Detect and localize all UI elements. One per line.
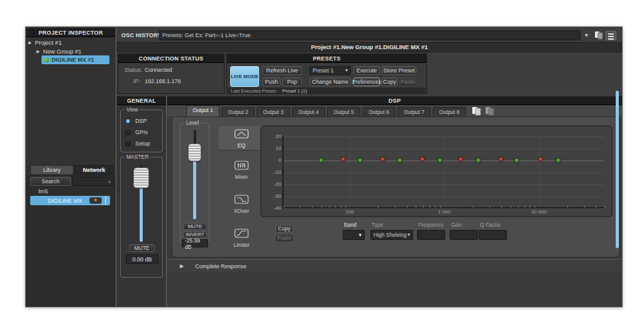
expander-icon[interactable]: ▶ [28,40,31,45]
ip-label: IP: [133,78,140,84]
tree-item-label: DIGILINE MX #1 [52,57,94,63]
eq-band-point-red[interactable] [458,157,463,161]
tab-output-3[interactable]: Output 3 [257,107,290,116]
x-minor-tick [489,206,490,208]
chevron-down-icon[interactable]: ▾ [585,31,588,38]
pop-button[interactable]: Pop [282,77,302,86]
band-select[interactable]: ▾ [343,230,365,240]
tab-output-5[interactable]: Output 5 [327,107,360,116]
type-select-value: High Shelving [374,232,406,238]
radio-dsp[interactable]: DSP [125,118,147,124]
search-button[interactable]: Search [30,177,71,186]
eq-band-point-green[interactable] [438,158,442,162]
mixer-icon [223,160,260,173]
eq-paste-button[interactable]: Paste [275,234,293,242]
panel-divider[interactable] [166,96,167,307]
x-tick-label: 1 000 [432,209,457,215]
module-tab-eq[interactable]: EQ [218,126,265,150]
radio-gpis[interactable]: GPIs [125,129,148,135]
change-name-button[interactable]: Change Name [309,77,351,86]
eq-band-point-red[interactable] [341,157,345,161]
tree-item-label: Project #1 [35,39,62,46]
general-panel: GENERAL View DSP GPIs Setup MASTER [117,96,166,307]
y-gridline [284,185,604,185]
type-select[interactable]: High Shelving ▾ [370,230,413,240]
x-minor-tick [335,206,336,208]
radio-dsp-icon[interactable] [125,118,131,124]
expander-icon[interactable]: ▶ [180,263,184,269]
connection-status-title: CONNECTION STATUS [118,54,224,63]
panel-divider[interactable] [116,27,116,307]
tab-output-1[interactable]: Output 1 [186,105,219,116]
module-tab-xover[interactable]: XOver [223,194,260,218]
tab-network[interactable]: Network [74,165,114,175]
execute-button[interactable]: Execute [353,66,380,75]
level-fader-handle[interactable] [188,144,201,161]
x-minor-tick [312,206,313,208]
x-tick-label: 100 [337,209,362,215]
x-minor-tick [596,206,596,208]
level-value[interactable]: -25.59 dB [182,239,208,247]
eq-band-point-green[interactable] [476,158,480,162]
y-gridline [284,173,604,173]
device-group-label[interactable]: lm5 [38,188,48,195]
limiter-icon [223,228,260,241]
master-level-value[interactable]: 0.00 dB [126,254,158,264]
y-tick-label: 10 [269,145,281,152]
tree-item-device-selected[interactable]: DIGILINE MX #1 [42,55,109,64]
vertical-scrollbar[interactable] [616,91,619,248]
network-device-label: DIGILINE MX [48,198,82,204]
expander-icon[interactable]: ▶ [36,49,40,54]
copy-preset-button[interactable]: Copy [382,77,397,86]
frequency-input[interactable] [417,230,445,240]
clear-search-icon[interactable]: x [108,179,111,185]
refresh-live-button[interactable]: Refresh Live [262,66,302,75]
tree-item-project[interactable]: ▶ Project #1 [28,38,62,47]
radio-setup-icon[interactable] [125,141,131,147]
eq-copy-button[interactable]: Copy [275,225,293,232]
eq-band-point-green[interactable] [397,158,402,162]
gain-input[interactable] [450,230,478,240]
search-input[interactable]: x [72,177,114,186]
output-tab-strip: Output 1 Output 2 Output 3 Output 4 Outp… [167,105,622,116]
copy-history-icon[interactable] [594,31,603,42]
x-minor-tick [511,206,511,208]
eq-band-point-green[interactable] [358,158,362,162]
store-preset-button[interactable]: Store Preset [382,66,416,75]
radio-setup[interactable]: Setup [125,140,150,147]
radio-gpis-icon[interactable] [125,130,131,135]
level-legend: Level [184,120,201,126]
tab-library[interactable]: Library [30,165,74,175]
tree-item-group[interactable]: ▶ New Group #1 [36,47,82,55]
eq-icon [218,128,265,142]
network-device-row[interactable]: DIGILINE MX + [30,196,110,205]
tab-output-4[interactable]: Output 4 [292,107,325,116]
level-mute-button[interactable]: MUTE [183,223,207,230]
module-tab-limiter[interactable]: Limiter [223,228,260,252]
live-mode-button[interactable]: LIVE MODE [230,66,259,87]
tab-output-6[interactable]: Output 6 [362,107,396,116]
tab-output-7[interactable]: Output 7 [397,107,431,116]
master-fader-handle[interactable] [133,168,149,188]
dsp-panel: DSP Output 1 Output 2 Output 3 Output 4 … [167,96,622,307]
preset-select[interactable]: Preset 1 ▾ [309,66,351,75]
paste-preset-button[interactable]: Paste [399,77,416,86]
preferences-button[interactable]: Preferences [353,77,380,86]
view-legend: View [125,107,140,113]
y-tick-label: -40 [269,205,281,212]
tab-output-8[interactable]: Output 8 [433,107,466,116]
master-mute-button[interactable]: MUTE [129,244,155,252]
menu-icon[interactable] [606,31,616,40]
complete-response-section[interactable]: ▶ Complete Response [167,259,622,273]
eq-band-point-green[interactable] [319,158,323,162]
add-device-icon[interactable]: + [89,197,102,204]
push-button[interactable]: Push [262,77,280,86]
tab-output-2[interactable]: Output 2 [221,107,255,116]
level-fader-track-fill[interactable] [193,160,196,219]
q-factor-input[interactable] [479,230,507,240]
chevron-down-icon: ▾ [345,68,348,73]
eq-band-point-green[interactable] [514,158,519,162]
master-fader-track-fill[interactable] [140,181,143,242]
eq-band-point-green[interactable] [556,158,560,162]
module-tab-mixer[interactable]: Mixer [223,160,260,184]
